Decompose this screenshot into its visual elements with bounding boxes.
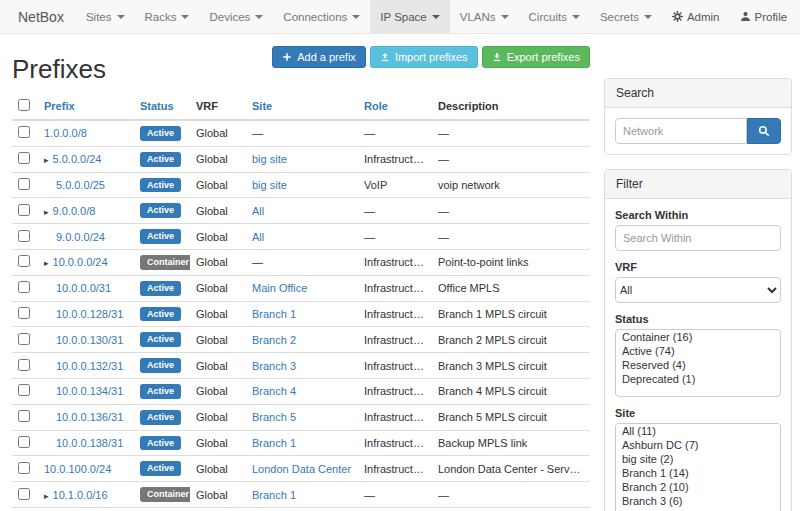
prefix-link[interactable]: 9.0.0.0/8 bbox=[53, 205, 96, 217]
site-cell: Branch 3 bbox=[246, 353, 358, 379]
column-sort-link[interactable]: Prefix bbox=[44, 100, 75, 112]
status-cell: Active bbox=[134, 301, 190, 327]
row-checkbox[interactable] bbox=[18, 462, 30, 474]
status-option[interactable]: Deprecated (1) bbox=[616, 372, 780, 386]
prefix-link[interactable]: 10.0.0.136/31 bbox=[56, 411, 123, 423]
prefix-link[interactable]: 10.1.0.0/16 bbox=[53, 489, 108, 501]
row-checkbox[interactable] bbox=[18, 488, 30, 500]
role-cell: VoIP bbox=[358, 172, 432, 198]
add-a-prefix-button[interactable]: Add a prefix bbox=[272, 46, 366, 68]
status-cell: Active bbox=[134, 224, 190, 250]
nav-item-racks[interactable]: Racks bbox=[135, 0, 200, 33]
site-link[interactable]: big site bbox=[252, 179, 287, 191]
site-link[interactable]: All bbox=[252, 231, 264, 243]
nav-item-secrets[interactable]: Secrets bbox=[590, 0, 662, 33]
site-option[interactable]: Branch 2 (10) bbox=[616, 480, 780, 494]
prefix-link[interactable]: 10.0.100.0/24 bbox=[44, 463, 111, 475]
site-option[interactable]: Ashburn DC (7) bbox=[616, 438, 780, 452]
nav-item-ip-space[interactable]: IP Space bbox=[370, 0, 449, 33]
prefix-link[interactable]: 1.0.0.0/8 bbox=[44, 127, 87, 139]
prefix-link[interactable]: 10.0.0.130/31 bbox=[56, 334, 123, 346]
search-button[interactable] bbox=[747, 118, 781, 144]
button-label: Add a prefix bbox=[297, 51, 356, 63]
site-link[interactable]: big site bbox=[252, 153, 287, 165]
nav-item-vlans[interactable]: VLANs bbox=[450, 0, 519, 33]
prefix-link[interactable]: 10.0.0.132/31 bbox=[56, 360, 123, 372]
status-option[interactable]: Reserved (4) bbox=[616, 358, 780, 372]
status-cell: Active bbox=[134, 430, 190, 456]
status-filter-select[interactable]: Container (16)Active (74)Reserved (4)Dep… bbox=[615, 329, 781, 397]
status-badge: Active bbox=[140, 281, 181, 296]
prefix-link[interactable]: 10.0.0.0/24 bbox=[53, 256, 108, 268]
site-option[interactable]: All (11) bbox=[616, 424, 780, 438]
nav-item-devices[interactable]: Devices bbox=[199, 0, 273, 33]
prefix-link[interactable]: 5.0.0.0/25 bbox=[56, 179, 105, 191]
select-all-checkbox[interactable] bbox=[18, 99, 30, 111]
table-row: ▸10.0.0.0/24ContainerGlobal—Infrastructu… bbox=[12, 249, 590, 275]
site-link[interactable]: Branch 1 bbox=[252, 308, 296, 320]
column-sort-link[interactable]: Role bbox=[364, 100, 388, 112]
status-cell: Active bbox=[134, 327, 190, 353]
vrf-cell: Global bbox=[190, 507, 246, 511]
site-link[interactable]: Branch 3 bbox=[252, 360, 296, 372]
main-content: Prefixes Add a prefixImport prefixesExpo… bbox=[12, 42, 590, 511]
nav-menu: SitesRacksDevicesConnectionsIP SpaceVLAN… bbox=[76, 0, 662, 33]
nav-item-circuits[interactable]: Circuits bbox=[519, 0, 590, 33]
prefix-link[interactable]: 9.0.0.0/24 bbox=[56, 231, 105, 243]
description-cell: voip network bbox=[432, 172, 590, 198]
prefix-link[interactable]: 10.0.0.134/31 bbox=[56, 385, 123, 397]
row-checkbox[interactable] bbox=[18, 333, 30, 345]
row-checkbox[interactable] bbox=[18, 178, 30, 190]
column-sort-link[interactable]: Status bbox=[140, 100, 174, 112]
site-option[interactable]: Branch 1 (14) bbox=[616, 466, 780, 480]
vrf-select[interactable]: All bbox=[615, 277, 781, 303]
site-link[interactable]: Branch 1 bbox=[252, 489, 296, 501]
column-header-description: Description bbox=[432, 93, 590, 120]
row-checkbox[interactable] bbox=[18, 230, 30, 242]
column-label: VRF bbox=[196, 100, 218, 112]
table-row: ▸10.1.0.0/16ContainerGlobalBranch 1—— bbox=[12, 482, 590, 508]
site-option[interactable]: Branch 3 (6) bbox=[616, 494, 780, 508]
prefix-link[interactable]: 10.0.0.0/31 bbox=[56, 282, 111, 294]
row-checkbox[interactable] bbox=[18, 359, 30, 371]
vrf-cell: Global bbox=[190, 430, 246, 456]
import-prefixes-button[interactable]: Import prefixes bbox=[370, 46, 478, 68]
site-link[interactable]: All bbox=[252, 205, 264, 217]
site-link[interactable]: Branch 5 bbox=[252, 411, 296, 423]
row-checkbox[interactable] bbox=[18, 384, 30, 396]
site-link[interactable]: Branch 2 bbox=[252, 334, 296, 346]
role-cell: — bbox=[358, 120, 432, 146]
site-link[interactable]: Branch 4 bbox=[252, 385, 296, 397]
nav-item-admin[interactable]: Admin bbox=[662, 0, 730, 33]
search-within-input[interactable] bbox=[615, 225, 781, 251]
column-sort-link[interactable]: Site bbox=[252, 100, 272, 112]
nav-item-profile[interactable]: Profile bbox=[730, 0, 798, 33]
site-link[interactable]: London Data Center bbox=[252, 463, 351, 475]
row-checkbox[interactable] bbox=[18, 255, 30, 267]
status-option[interactable]: Container (16) bbox=[616, 330, 780, 344]
prefix-link[interactable]: 5.0.0.0/24 bbox=[53, 153, 102, 165]
nav-item-connections[interactable]: Connections bbox=[273, 0, 370, 33]
prefix-link[interactable]: 10.0.0.138/31 bbox=[56, 437, 123, 449]
row-checkbox[interactable] bbox=[18, 204, 30, 216]
nav-item-sites[interactable]: Sites bbox=[76, 0, 135, 33]
export-prefixes-button[interactable]: Export prefixes bbox=[482, 46, 590, 68]
description-cell: Point-to-point links bbox=[432, 249, 590, 275]
brand-logo[interactable]: NetBox bbox=[6, 0, 76, 33]
site-link[interactable]: Main Office bbox=[252, 282, 307, 294]
row-checkbox[interactable] bbox=[18, 281, 30, 293]
row-checkbox[interactable] bbox=[18, 307, 30, 319]
row-checkbox[interactable] bbox=[18, 152, 30, 164]
row-checkbox[interactable] bbox=[18, 126, 30, 138]
prefix-link[interactable]: 10.0.0.128/31 bbox=[56, 308, 123, 320]
status-option[interactable]: Active (74) bbox=[616, 344, 780, 358]
checkbox-cell bbox=[12, 224, 38, 250]
row-checkbox[interactable] bbox=[18, 410, 30, 422]
site-option[interactable]: big site (2) bbox=[616, 452, 780, 466]
site-filter-select[interactable]: All (11)Ashburn DC (7)big site (2)Branch… bbox=[615, 423, 781, 511]
vrf-cell: Global bbox=[190, 172, 246, 198]
content-area: Prefixes Add a prefixImport prefixesExpo… bbox=[0, 34, 800, 511]
row-checkbox[interactable] bbox=[18, 436, 30, 448]
site-link[interactable]: Branch 1 bbox=[252, 437, 296, 449]
search-input[interactable] bbox=[615, 118, 747, 144]
